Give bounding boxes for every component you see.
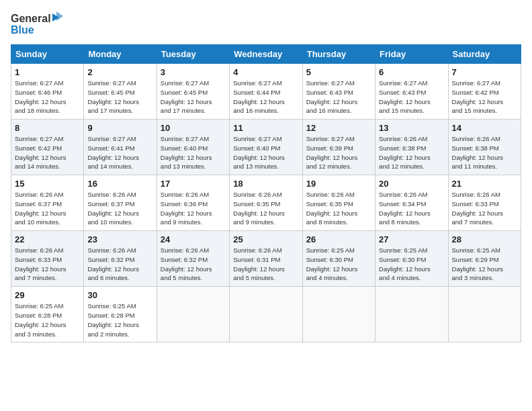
calendar-cell: 24Sunrise: 6:26 AM Sunset: 6:32 PM Dayli…	[157, 231, 229, 287]
calendar-cell: 8Sunrise: 6:27 AM Sunset: 6:42 PM Daylig…	[11, 120, 84, 175]
weekday-header-sunday: Sunday	[11, 45, 84, 64]
day-number: 2	[87, 67, 152, 77]
day-info: Sunrise: 6:25 AM Sunset: 6:28 PM Dayligh…	[15, 302, 80, 338]
day-info: Sunrise: 6:26 AM Sunset: 6:38 PM Dayligh…	[452, 134, 517, 171]
calendar-cell: 20Sunrise: 6:26 AM Sunset: 6:34 PM Dayli…	[375, 175, 448, 231]
calendar-week-row: 8Sunrise: 6:27 AM Sunset: 6:42 PM Daylig…	[11, 120, 521, 175]
day-info: Sunrise: 6:26 AM Sunset: 6:31 PM Dayligh…	[233, 246, 298, 283]
day-info: Sunrise: 6:27 AM Sunset: 6:43 PM Dayligh…	[379, 79, 444, 116]
calendar-cell: 27Sunrise: 6:25 AM Sunset: 6:30 PM Dayli…	[375, 231, 448, 287]
day-info: Sunrise: 6:27 AM Sunset: 6:42 PM Dayligh…	[15, 134, 80, 171]
calendar-cell: 28Sunrise: 6:25 AM Sunset: 6:29 PM Dayli…	[448, 231, 521, 287]
day-info: Sunrise: 6:26 AM Sunset: 6:34 PM Dayligh…	[379, 190, 444, 227]
day-number: 15	[15, 179, 80, 189]
calendar-cell: 2Sunrise: 6:27 AM Sunset: 6:45 PM Daylig…	[84, 64, 157, 120]
calendar-week-row: 22Sunrise: 6:26 AM Sunset: 6:33 PM Dayli…	[11, 231, 521, 287]
calendar-week-row: 15Sunrise: 6:26 AM Sunset: 6:37 PM Dayli…	[11, 175, 521, 231]
svg-marker-3	[56, 11, 63, 21]
day-number: 10	[161, 123, 226, 133]
day-number: 25	[233, 234, 298, 244]
calendar-cell	[448, 287, 521, 342]
svg-text:Blue: Blue	[11, 24, 34, 36]
page-header: GeneralBlue	[11, 11, 521, 36]
calendar-cell: 18Sunrise: 6:26 AM Sunset: 6:35 PM Dayli…	[230, 175, 302, 231]
day-number: 9	[87, 123, 152, 133]
calendar-week-row: 29Sunrise: 6:25 AM Sunset: 6:28 PM Dayli…	[11, 287, 521, 342]
day-number: 28	[452, 234, 517, 244]
calendar-header-row: SundayMondayTuesdayWednesdayThursdayFrid…	[11, 45, 521, 64]
calendar-cell: 6Sunrise: 6:27 AM Sunset: 6:43 PM Daylig…	[375, 64, 448, 120]
day-number: 24	[161, 234, 226, 244]
day-info: Sunrise: 6:26 AM Sunset: 6:36 PM Dayligh…	[161, 190, 226, 227]
day-number: 21	[452, 179, 517, 189]
day-info: Sunrise: 6:27 AM Sunset: 6:40 PM Dayligh…	[233, 134, 298, 171]
day-number: 17	[161, 179, 226, 189]
day-number: 19	[306, 179, 371, 189]
calendar-cell: 10Sunrise: 6:27 AM Sunset: 6:40 PM Dayli…	[157, 120, 229, 175]
day-number: 12	[306, 123, 371, 133]
calendar-cell	[230, 287, 302, 342]
calendar-cell	[302, 287, 375, 342]
day-info: Sunrise: 6:25 AM Sunset: 6:30 PM Dayligh…	[306, 246, 371, 283]
calendar-cell: 16Sunrise: 6:26 AM Sunset: 6:37 PM Dayli…	[84, 175, 157, 231]
day-info: Sunrise: 6:27 AM Sunset: 6:46 PM Dayligh…	[15, 79, 80, 116]
calendar-cell: 22Sunrise: 6:26 AM Sunset: 6:33 PM Dayli…	[11, 231, 84, 287]
day-number: 6	[379, 67, 444, 77]
day-info: Sunrise: 6:26 AM Sunset: 6:33 PM Dayligh…	[15, 246, 80, 283]
day-info: Sunrise: 6:27 AM Sunset: 6:45 PM Dayligh…	[87, 79, 152, 116]
calendar-cell	[157, 287, 229, 342]
calendar-cell: 17Sunrise: 6:26 AM Sunset: 6:36 PM Dayli…	[157, 175, 229, 231]
day-number: 27	[379, 234, 444, 244]
calendar-week-row: 1Sunrise: 6:27 AM Sunset: 6:46 PM Daylig…	[11, 64, 521, 120]
day-number: 4	[233, 67, 298, 77]
day-info: Sunrise: 6:26 AM Sunset: 6:35 PM Dayligh…	[306, 190, 371, 227]
day-number: 13	[379, 123, 444, 133]
calendar-cell: 13Sunrise: 6:26 AM Sunset: 6:38 PM Dayli…	[375, 120, 448, 175]
weekday-header-tuesday: Tuesday	[157, 45, 229, 64]
calendar-cell: 19Sunrise: 6:26 AM Sunset: 6:35 PM Dayli…	[302, 175, 375, 231]
day-number: 1	[15, 67, 80, 77]
day-info: Sunrise: 6:27 AM Sunset: 6:42 PM Dayligh…	[452, 79, 517, 116]
weekday-header-monday: Monday	[84, 45, 157, 64]
day-info: Sunrise: 6:27 AM Sunset: 6:44 PM Dayligh…	[233, 79, 298, 116]
day-info: Sunrise: 6:25 AM Sunset: 6:29 PM Dayligh…	[452, 246, 517, 283]
day-number: 26	[306, 234, 371, 244]
day-info: Sunrise: 6:26 AM Sunset: 6:37 PM Dayligh…	[15, 190, 80, 227]
day-number: 5	[306, 67, 371, 77]
day-number: 8	[15, 123, 80, 133]
weekday-header-thursday: Thursday	[302, 45, 375, 64]
calendar-cell	[375, 287, 448, 342]
calendar-cell: 25Sunrise: 6:26 AM Sunset: 6:31 PM Dayli…	[230, 231, 302, 287]
day-info: Sunrise: 6:27 AM Sunset: 6:45 PM Dayligh…	[161, 79, 226, 116]
day-info: Sunrise: 6:26 AM Sunset: 6:33 PM Dayligh…	[452, 190, 517, 227]
day-info: Sunrise: 6:27 AM Sunset: 6:41 PM Dayligh…	[87, 134, 152, 171]
weekday-header-saturday: Saturday	[448, 45, 521, 64]
day-info: Sunrise: 6:27 AM Sunset: 6:39 PM Dayligh…	[306, 134, 371, 171]
calendar-cell: 3Sunrise: 6:27 AM Sunset: 6:45 PM Daylig…	[157, 64, 229, 120]
calendar-cell: 23Sunrise: 6:26 AM Sunset: 6:32 PM Dayli…	[84, 231, 157, 287]
day-number: 18	[233, 179, 298, 189]
day-info: Sunrise: 6:26 AM Sunset: 6:38 PM Dayligh…	[379, 134, 444, 171]
day-info: Sunrise: 6:26 AM Sunset: 6:32 PM Dayligh…	[161, 246, 226, 283]
calendar-cell: 9Sunrise: 6:27 AM Sunset: 6:41 PM Daylig…	[84, 120, 157, 175]
day-info: Sunrise: 6:26 AM Sunset: 6:32 PM Dayligh…	[87, 246, 152, 283]
day-number: 14	[452, 123, 517, 133]
calendar-cell: 7Sunrise: 6:27 AM Sunset: 6:42 PM Daylig…	[448, 64, 521, 120]
calendar-cell: 14Sunrise: 6:26 AM Sunset: 6:38 PM Dayli…	[448, 120, 521, 175]
calendar-cell: 30Sunrise: 6:25 AM Sunset: 6:28 PM Dayli…	[84, 287, 157, 342]
day-info: Sunrise: 6:26 AM Sunset: 6:35 PM Dayligh…	[233, 190, 298, 227]
calendar-cell: 4Sunrise: 6:27 AM Sunset: 6:44 PM Daylig…	[230, 64, 302, 120]
day-number: 22	[15, 234, 80, 244]
day-number: 3	[161, 67, 226, 77]
weekday-header-friday: Friday	[375, 45, 448, 64]
calendar-cell: 29Sunrise: 6:25 AM Sunset: 6:28 PM Dayli…	[11, 287, 84, 342]
calendar-cell: 5Sunrise: 6:27 AM Sunset: 6:43 PM Daylig…	[302, 64, 375, 120]
day-number: 29	[15, 290, 80, 300]
day-info: Sunrise: 6:26 AM Sunset: 6:37 PM Dayligh…	[87, 190, 152, 227]
logo-svg: GeneralBlue	[11, 11, 64, 36]
weekday-header-wednesday: Wednesday	[230, 45, 302, 64]
day-number: 11	[233, 123, 298, 133]
day-number: 7	[452, 67, 517, 77]
calendar-cell: 21Sunrise: 6:26 AM Sunset: 6:33 PM Dayli…	[448, 175, 521, 231]
day-info: Sunrise: 6:27 AM Sunset: 6:40 PM Dayligh…	[161, 134, 226, 171]
